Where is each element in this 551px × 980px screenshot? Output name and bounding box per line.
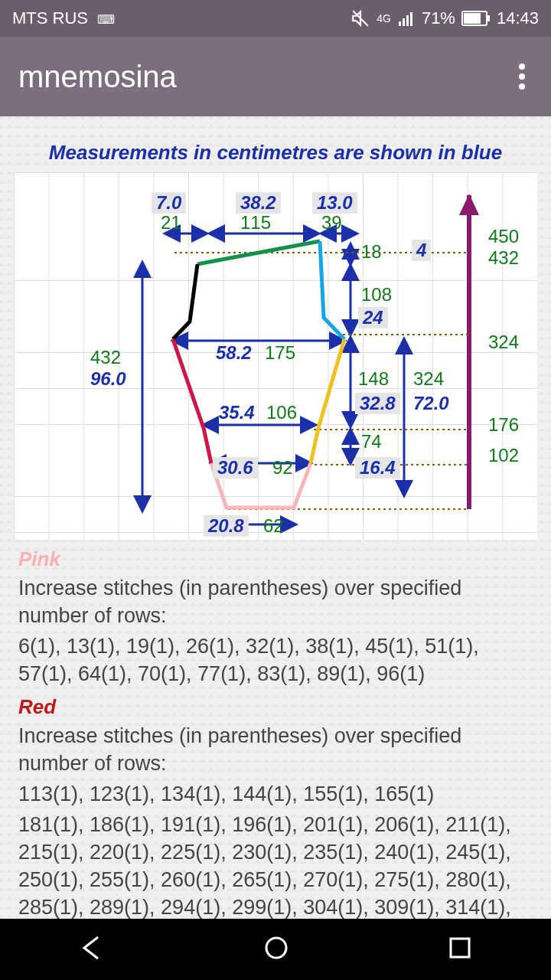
overflow-menu-button[interactable]: [511, 60, 533, 93]
lbl-ro-4: 176: [488, 414, 519, 436]
lbl-h30-cm: 30.6: [213, 457, 258, 479]
battery-pct: 71%: [422, 8, 455, 28]
instructions: Pink Increase stitches (in parentheses) …: [14, 547, 537, 949]
measurements-heading: Measurements in centimetres are shown in…: [14, 141, 537, 165]
svg-rect-3: [406, 15, 409, 26]
svg-rect-6: [464, 13, 481, 24]
lbl-h35-cm: 35.4: [219, 402, 255, 423]
lbl-r2-hl: 24: [358, 307, 388, 328]
system-nav-bar: [0, 919, 551, 980]
battery-icon: [461, 11, 491, 26]
svg-rect-2: [403, 18, 405, 26]
svg-rect-7: [487, 15, 490, 21]
lbl-hb-cm: 20.8: [204, 515, 249, 537]
lbl-h58-st: 175: [265, 342, 295, 364]
back-button[interactable]: [78, 934, 106, 965]
svg-rect-28: [451, 939, 469, 957]
lbl-left-st: 432: [90, 347, 121, 368]
main-content: Measurements in centimetres are shown in…: [0, 116, 551, 949]
svg-point-27: [266, 938, 286, 958]
lbl-r1-hl: 4: [412, 240, 431, 261]
carrier-label: MTS RUS ⌨: [12, 8, 115, 28]
svg-rect-1: [399, 21, 401, 26]
section-pink-title: Pink: [18, 547, 533, 571]
lbl-r3-hl: 32.8: [355, 393, 400, 414]
pattern-diagram: 7.0 38.2 13.0 21 115 39 432 96.0 58.2 17…: [14, 172, 537, 540]
lbl-top-st-2: 115: [240, 212, 271, 234]
status-bar: MTS RUS ⌨ 4G 71% 14:43: [0, 0, 551, 37]
lbl-r2: 108: [361, 284, 392, 305]
section-red-title: Red: [18, 695, 533, 719]
lbl-ro-1: 450: [488, 226, 519, 247]
signal-icon: [397, 9, 416, 28]
lbl-top-cm-2: 38.2: [236, 192, 281, 214]
lbl-h35-st: 106: [266, 402, 297, 423]
lbl-left-cm: 96.0: [90, 368, 126, 390]
lbl-r5-cm: 72.0: [413, 393, 449, 414]
recents-button[interactable]: [447, 935, 473, 964]
mute-icon: [350, 8, 370, 28]
section-red-intro: Increase stitches (in parentheses) over …: [18, 722, 533, 777]
lbl-top-st-1: 21: [161, 212, 181, 234]
lbl-hb-st: 62: [263, 515, 284, 537]
lbl-r4: 74: [361, 431, 382, 452]
lbl-r4-hl: 16.4: [355, 457, 400, 479]
section-red-body1: 113(1), 123(1), 134(1), 144(1), 155(1), …: [18, 780, 533, 808]
lbl-h30-st: 92: [272, 457, 293, 479]
app-title: mnemosina: [18, 60, 177, 94]
keyboard-icon: ⌨: [97, 13, 115, 26]
lbl-top-st-3: 39: [321, 212, 342, 234]
lbl-ro-5: 102: [488, 445, 519, 466]
network-icon: 4G: [377, 12, 391, 24]
section-pink-body: 6(1), 13(1), 19(1), 26(1), 32(1), 38(1),…: [18, 632, 533, 688]
app-bar: mnemosina: [0, 37, 551, 116]
lbl-r3: 148: [358, 368, 389, 390]
section-pink-intro: Increase stitches (in parentheses) over …: [18, 574, 533, 629]
lbl-top-cm-1: 7.0: [152, 192, 186, 214]
lbl-ro-3: 324: [488, 332, 519, 353]
lbl-h58-cm: 58.2: [216, 342, 252, 364]
clock-label: 14:43: [497, 8, 539, 28]
lbl-r1: 18: [361, 241, 382, 263]
home-button[interactable]: [262, 934, 290, 965]
lbl-ro-2: 432: [488, 247, 519, 269]
svg-rect-4: [410, 12, 412, 26]
lbl-r5-st: 324: [413, 368, 444, 390]
lbl-top-cm-3: 13.0: [312, 192, 357, 214]
